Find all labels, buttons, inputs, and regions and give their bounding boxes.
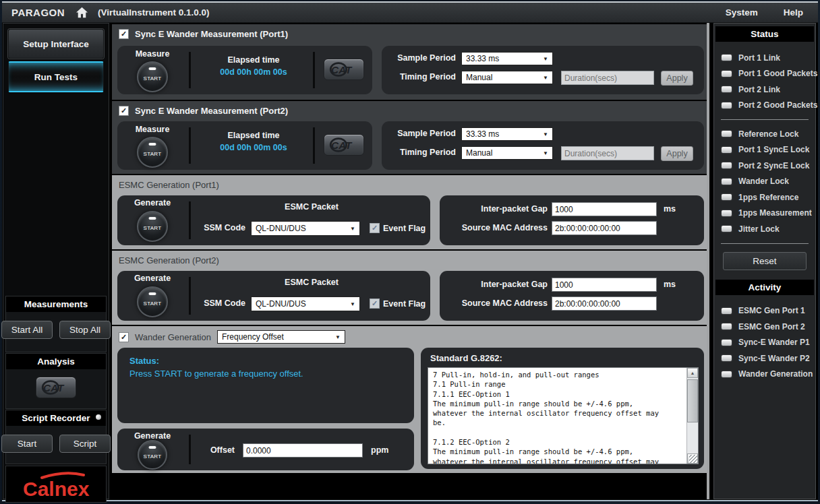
- timing-period-value: Manual: [466, 148, 492, 158]
- apply-button-port1[interactable]: Apply: [661, 71, 693, 86]
- power-dash-icon: [149, 143, 156, 146]
- svg-text:CAT: CAT: [331, 64, 353, 75]
- offset-unit-label: ppm: [371, 445, 388, 455]
- reset-button[interactable]: Reset: [723, 252, 807, 270]
- divider: [189, 127, 191, 164]
- menu-help[interactable]: Help: [784, 7, 803, 18]
- power-dash-icon: [149, 446, 156, 449]
- timing-period-select[interactable]: Manual ▼: [461, 146, 553, 160]
- sync-e-port2-checkbox[interactable]: ✓: [119, 106, 129, 116]
- elapsed-time-label: Elapsed time: [198, 55, 309, 65]
- standard-panel: Standard G.8262: 7 Pull-in, hold-in, and…: [421, 348, 704, 469]
- sidebar-item-run-tests[interactable]: Run Tests: [8, 61, 104, 92]
- esmc-packet-panel-port1: Generate START ESMC Packet SSM Code QL-D…: [117, 195, 430, 245]
- status-item: Reference Lock: [714, 126, 815, 142]
- cat-logo-icon: CAT: [326, 137, 362, 153]
- wander-generation-checkbox[interactable]: ✓: [119, 332, 129, 342]
- event-flag-checkbox[interactable]: ✓: [370, 298, 380, 309]
- section-title: ESMC Generation (Port2): [119, 255, 219, 265]
- script-start-button[interactable]: Start: [1, 435, 53, 453]
- scrollbar[interactable]: ▲ ▼: [686, 368, 698, 464]
- sidebar-item-setup-interface[interactable]: Setup Interface: [8, 29, 104, 59]
- status-item: Port 1 Good Packets: [714, 66, 815, 82]
- offset-input[interactable]: [243, 443, 363, 458]
- status-header: Status: [715, 26, 814, 42]
- home-button[interactable]: [76, 7, 88, 18]
- status-label: Status:: [129, 356, 159, 366]
- duration-input[interactable]: [561, 71, 654, 85]
- source-mac-label: Source MAC Address: [445, 223, 548, 232]
- resize-grip[interactable]: [689, 455, 697, 463]
- offset-label: Offset: [201, 445, 235, 455]
- gap-unit-label: ms: [664, 204, 676, 214]
- status-item: Jitter Lock: [714, 221, 815, 237]
- elapsed-time-value: 00d 00h 00m 00s: [198, 143, 309, 152]
- sample-period-value: 33.33 ms: [466, 54, 499, 63]
- status-item: Port 1 SyncE Lock: [714, 142, 815, 158]
- chevron-down-icon: ▼: [543, 150, 548, 156]
- sample-period-select[interactable]: 33.33 ms ▼: [461, 127, 553, 141]
- activity-item: Sync-E Wander P2: [714, 350, 815, 367]
- sync-e-port1-checkbox[interactable]: ✓: [119, 29, 129, 39]
- source-mac-input[interactable]: [552, 221, 657, 235]
- sample-period-select[interactable]: 33.33 ms ▼: [461, 52, 553, 65]
- esmc-address-panel-port1: Inter-packet Gap ms Source MAC Address: [440, 195, 704, 245]
- run-tests-label: Run Tests: [34, 72, 78, 82]
- cat-button-port1[interactable]: CAT: [324, 59, 364, 80]
- stop-all-button[interactable]: Stop All: [59, 321, 111, 339]
- start-wander-button[interactable]: START: [138, 440, 167, 470]
- ssm-code-select[interactable]: QL-DNU/DUS ▼: [251, 296, 360, 311]
- status-item-label: Port 2 Link: [738, 85, 780, 94]
- start-esmc-port2-button[interactable]: START: [137, 286, 168, 317]
- cat-logo-icon: CAT: [38, 379, 74, 396]
- cat-analysis-button[interactable]: CAT: [36, 377, 76, 398]
- led-indicator-icon: [722, 179, 732, 185]
- generate-label: Generate: [127, 198, 178, 208]
- led-indicator-icon: [722, 147, 732, 153]
- inter-packet-gap-input[interactable]: [552, 202, 657, 216]
- esmc-packet-panel-port2: Generate START ESMC Packet SSM Code QL-D…: [117, 271, 430, 321]
- apply-button-port2[interactable]: Apply: [661, 146, 693, 161]
- measurements-header: Measurements: [6, 296, 106, 312]
- start-esmc-port1-button[interactable]: START: [137, 211, 168, 242]
- divider: [189, 201, 191, 239]
- script-button[interactable]: Script: [59, 435, 111, 453]
- start-measure-port2-button[interactable]: START: [137, 137, 168, 168]
- status-item-label: Port 1 SyncE Lock: [738, 145, 809, 154]
- left-sidebar: Setup Interface Run Tests Measurements S…: [3, 23, 109, 499]
- cat-button-port2[interactable]: CAT: [324, 134, 364, 156]
- menu-system[interactable]: System: [726, 7, 758, 18]
- start-label: START: [138, 301, 167, 307]
- duration-input[interactable]: [561, 146, 654, 160]
- section-title: ESMC Generation (Port1): [119, 180, 219, 190]
- wander-mode-select[interactable]: Frequency Offset ▼: [217, 330, 345, 344]
- status-item-label: Port 2 SyncE Lock: [738, 161, 809, 170]
- divider: [189, 277, 191, 315]
- source-mac-input[interactable]: [552, 296, 657, 311]
- status-item-label: Reference Lock: [738, 129, 798, 139]
- start-measure-port1-button[interactable]: START: [137, 61, 168, 92]
- chevron-down-icon: ▼: [543, 56, 548, 62]
- led-indicator-icon: [722, 55, 732, 61]
- divider: [721, 119, 809, 120]
- chevron-down-icon: ▼: [350, 301, 355, 307]
- start-label: START: [138, 75, 167, 82]
- activity-item: ESMC Gen Port 2: [714, 319, 815, 335]
- chevron-down-icon: ▼: [543, 131, 548, 137]
- led-indicator-icon: [722, 102, 732, 108]
- home-icon: [76, 7, 88, 18]
- ssm-code-label: SSM Code: [197, 298, 245, 308]
- standard-textarea[interactable]: 7 Pull-in, hold-in, and pull-out ranges …: [428, 367, 699, 464]
- status-item-label: 1pps Measurement: [738, 208, 812, 218]
- divider: [313, 52, 315, 88]
- event-flag-label: Event Flag: [383, 299, 426, 309]
- inter-packet-gap-input[interactable]: [552, 278, 657, 292]
- scrollbar-thumb[interactable]: [687, 379, 698, 422]
- start-all-button[interactable]: Start All: [1, 321, 53, 339]
- event-flag-checkbox[interactable]: ✓: [370, 223, 380, 233]
- timing-period-select[interactable]: Manual ▼: [461, 71, 553, 84]
- activity-item-label: ESMC Gen Port 2: [738, 322, 805, 332]
- ssm-code-select[interactable]: QL-DNU/DUS ▼: [251, 221, 360, 236]
- ssm-code-value: QL-DNU/DUS: [256, 299, 306, 309]
- scroll-up-icon[interactable]: ▲: [687, 368, 698, 378]
